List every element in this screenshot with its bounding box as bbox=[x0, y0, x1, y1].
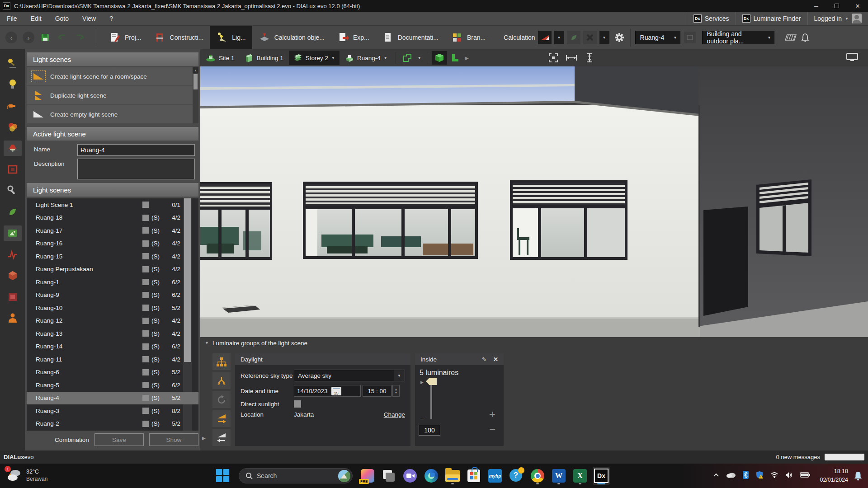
app-myhp[interactable]: myhp bbox=[486, 467, 504, 485]
light-scene-row[interactable]: Ruang-5(S)6/2 bbox=[27, 379, 198, 392]
split-group-button[interactable] bbox=[212, 372, 231, 389]
tool-lamps[interactable] bbox=[4, 77, 22, 92]
start-button[interactable] bbox=[216, 469, 230, 483]
collapse-icon[interactable]: ▼ bbox=[205, 341, 209, 345]
light-scene-row[interactable]: Ruang-1(S)6/2 bbox=[27, 276, 198, 289]
spinner-up-icon[interactable]: ▲ bbox=[395, 388, 398, 391]
assign-scene-button[interactable] bbox=[212, 410, 231, 427]
tab-calculation-objects[interactable]: Calculation obje... bbox=[252, 26, 331, 49]
scene-description-input[interactable] bbox=[77, 159, 195, 179]
light-scene-row[interactable]: Ruang-11(S)4/2 bbox=[27, 353, 198, 366]
menu-view[interactable]: View bbox=[75, 12, 103, 25]
light-scene-row[interactable]: Light Scene 10/1 bbox=[27, 198, 198, 211]
scene-checkbox[interactable] bbox=[142, 202, 149, 208]
save-button[interactable]: Save bbox=[94, 433, 144, 446]
app-excel[interactable]: X bbox=[571, 467, 589, 485]
app-file-explorer[interactable] bbox=[444, 467, 461, 485]
tab-construction[interactable]: Constructi... bbox=[148, 26, 210, 49]
app-edge[interactable] bbox=[423, 467, 440, 485]
notifications-button[interactable] bbox=[799, 31, 811, 44]
app-word[interactable]: W bbox=[550, 467, 567, 485]
zoom-fit-icon[interactable] bbox=[548, 53, 558, 63]
cancel-dropdown[interactable]: ▼ bbox=[599, 31, 609, 44]
tool-persons[interactable] bbox=[4, 310, 22, 326]
view-floorplan-button[interactable] bbox=[447, 51, 462, 65]
battery-icon[interactable] bbox=[800, 472, 810, 478]
direct-sunlight-checkbox[interactable] bbox=[294, 400, 301, 408]
tray-chevron-icon[interactable] bbox=[713, 473, 719, 477]
scene-checkbox[interactable] bbox=[142, 305, 149, 311]
weather-widget[interactable]: 1 32°C Berawan bbox=[5, 467, 47, 484]
app-copilot[interactable]: PRE bbox=[359, 467, 376, 485]
time-spinner[interactable]: ▲▼ bbox=[392, 385, 400, 397]
scene-checkbox[interactable] bbox=[142, 395, 149, 401]
energy-evaluation-button[interactable] bbox=[567, 31, 580, 44]
redo-button[interactable] bbox=[73, 31, 86, 44]
increase-button[interactable]: + bbox=[489, 408, 495, 421]
scene-checkbox[interactable] bbox=[142, 356, 149, 362]
scene-checkbox[interactable] bbox=[142, 227, 149, 234]
search-bar[interactable]: Search bbox=[239, 468, 353, 483]
view-plan-button[interactable] bbox=[400, 51, 415, 65]
luminaire-finder-button[interactable]: Dx Luminaire Finder bbox=[736, 12, 807, 25]
scene-checkbox[interactable] bbox=[142, 421, 149, 427]
scene-checkbox[interactable] bbox=[142, 408, 149, 414]
app-chrome[interactable] bbox=[529, 467, 546, 485]
dimming-slider-handle[interactable] bbox=[426, 378, 437, 385]
search-highlight-image[interactable] bbox=[338, 470, 350, 482]
tool-objects[interactable] bbox=[4, 268, 22, 283]
scene-checkbox[interactable] bbox=[142, 382, 149, 388]
remove-from-scene-button[interactable] bbox=[212, 429, 231, 446]
tool-daylight[interactable] bbox=[4, 56, 22, 71]
display-monitor-icon[interactable] bbox=[846, 53, 858, 62]
light-scene-row[interactable]: Ruang-2(S)5/2 bbox=[27, 418, 198, 431]
active-scene-select[interactable]: Ruang-4 ▼ bbox=[635, 31, 680, 44]
tool-light-scenes[interactable] bbox=[4, 225, 22, 241]
avatar[interactable] bbox=[852, 14, 862, 23]
light-scene-row[interactable]: Ruang-16(S)4/2 bbox=[27, 237, 198, 250]
app-meet[interactable] bbox=[401, 467, 419, 485]
dimming-slider-track[interactable] bbox=[430, 385, 432, 419]
clock[interactable]: 18:18 02/01/2024 bbox=[820, 467, 848, 484]
tab-branding[interactable]: Bran... bbox=[445, 26, 492, 49]
planning-mode-select[interactable]: Building and outdoor pla... ▼ bbox=[702, 31, 774, 44]
light-scene-row[interactable]: Ruang-10(S)5/2 bbox=[27, 301, 198, 314]
view-more-button[interactable]: ▶ bbox=[462, 51, 472, 65]
breadcrumb-storey[interactable]: Storey 2 ▼ bbox=[289, 51, 340, 65]
time-input[interactable]: 15 : 00 bbox=[363, 385, 392, 397]
menu-goto[interactable]: Goto bbox=[48, 12, 75, 25]
minimize-button[interactable]: ─ bbox=[806, 0, 826, 12]
tool-energy[interactable] bbox=[4, 204, 22, 220]
select-dropdown-button[interactable]: ▼ bbox=[394, 370, 405, 381]
scene-checkbox[interactable] bbox=[142, 330, 149, 337]
close-group-icon[interactable]: ✕ bbox=[493, 356, 498, 363]
light-scene-row[interactable]: Ruang-13(S)4/2 bbox=[27, 327, 198, 340]
scroll-up-icon[interactable]: ▲ bbox=[193, 67, 198, 73]
breadcrumb-room[interactable]: Ruang-4 ▼ bbox=[340, 51, 392, 65]
scene-checkbox[interactable] bbox=[142, 292, 149, 298]
scene-checkbox[interactable] bbox=[142, 215, 149, 221]
notification-bell[interactable] bbox=[854, 471, 863, 483]
measure-height-icon[interactable] bbox=[585, 53, 594, 63]
settings-button[interactable] bbox=[613, 31, 626, 44]
3d-viewport[interactable] bbox=[200, 66, 868, 337]
app-task-view[interactable] bbox=[380, 467, 397, 485]
measure-width-icon[interactable] bbox=[566, 53, 577, 63]
calendar-icon[interactable]: 15 bbox=[331, 387, 341, 395]
light-scene-row[interactable]: Ruang-9(S)6/2 bbox=[27, 289, 198, 302]
scene-checkbox[interactable] bbox=[142, 279, 149, 285]
menu-file[interactable]: File bbox=[0, 12, 24, 25]
tool-surfaces[interactable] bbox=[4, 289, 22, 305]
tab-light[interactable]: Lig... bbox=[210, 26, 252, 49]
group-hierarchy-button[interactable] bbox=[212, 353, 231, 370]
messages-status[interactable]: 0 new messages bbox=[776, 454, 820, 460]
tab-export[interactable]: Exp... bbox=[331, 26, 376, 49]
light-scene-row[interactable]: Ruang-4(S)5/2 bbox=[27, 392, 198, 405]
scene-checkbox[interactable] bbox=[142, 266, 149, 272]
date-input[interactable]: 14/10/2023 15 bbox=[294, 385, 361, 397]
scene-checkbox[interactable] bbox=[142, 369, 149, 375]
app-get-help[interactable]: ? bbox=[508, 467, 525, 485]
edit-group-icon[interactable]: ✎ bbox=[482, 356, 487, 363]
view-3d-button[interactable] bbox=[432, 51, 447, 65]
wifi-icon[interactable] bbox=[770, 472, 778, 478]
